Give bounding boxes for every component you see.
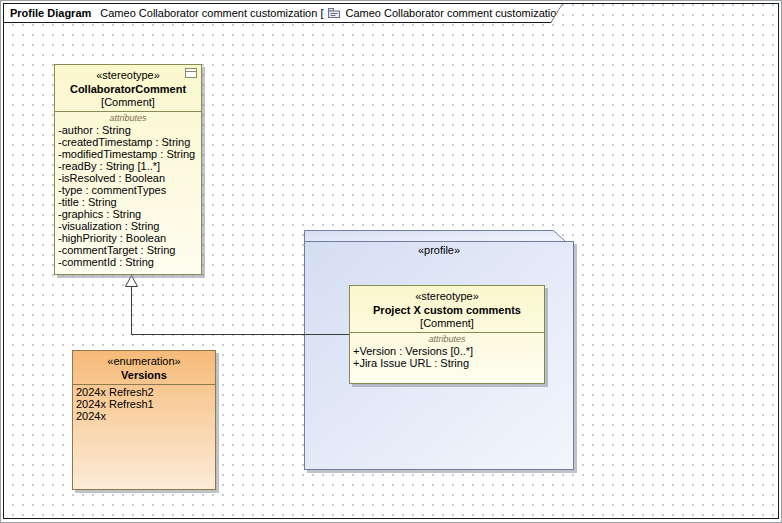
attribute-row[interactable]: +Jira Issue URL : String [350,357,544,369]
attributes-label: attributes [350,334,544,345]
attribute-row[interactable]: -graphics : String [55,208,201,220]
attribute-row[interactable]: +Version : Versions [0..*] [350,345,544,357]
enumeration-literal[interactable]: 2024x Refresh1 [73,398,215,410]
enumeration-literal[interactable]: 2024x Refresh2 [73,386,215,398]
literals-compartment: 2024x Refresh2 2024x Refresh1 2024x [73,384,215,422]
enumeration-literal[interactable]: 2024x [73,410,215,422]
attribute-row[interactable]: -readBy : String [1..*] [55,160,201,172]
generalization-arrowhead [126,276,138,287]
class-name: CollaboratorComment [57,82,199,96]
stereotype-keyword: «stereotype» [57,69,199,82]
attribute-row[interactable]: -createdTimestamp : String [55,136,201,148]
diagram-type-label: Profile Diagram [10,7,91,19]
attribute-row[interactable]: -type : commentTypes [55,184,201,196]
metaclass-label: [Comment] [352,317,542,330]
enumeration-name: Versions [75,368,213,382]
diagram-frame-header[interactable]: Profile Diagram Cameo Collaborator comme… [3,3,563,23]
attribute-row[interactable]: -title : String [55,196,201,208]
stereotype-keyword: «stereotype» [352,290,542,303]
attribute-row[interactable]: -author : String [55,124,201,136]
attributes-compartment: attributes -author : String -createdTime… [55,111,201,268]
stereotype-class-project-x[interactable]: «stereotype» Project X custom comments [… [349,285,545,384]
stereotype-keyword: «enumeration» [75,355,213,368]
attribute-row[interactable]: -isResolved : Boolean [55,172,201,184]
metaclass-label: [Comment] [57,96,199,109]
attribute-row[interactable]: -modifiedTimestamp : String [55,148,201,160]
attributes-compartment: attributes +Version : Versions [0..*] +J… [350,332,544,369]
diagram-name-label: Cameo Collaborator comment customization… [100,7,323,19]
profile-package-label: «profile» [304,244,574,256]
profile-diagram-canvas: Profile Diagram Cameo Collaborator comme… [0,0,782,523]
package-icon [327,7,341,19]
class-icon [185,68,198,79]
attribute-row[interactable]: -commentId : String [55,256,201,268]
attribute-row[interactable]: -visualization : String [55,220,201,232]
attribute-row[interactable]: -highPriority : Boolean [55,232,201,244]
attribute-row[interactable]: -commentTarget : String [55,244,201,256]
attributes-label: attributes [55,113,201,124]
enumeration-versions[interactable]: «enumeration» Versions 2024x Refresh2 20… [72,350,216,490]
diagram-ref-label: Cameo Collaborator comment customization… [345,7,568,19]
class-name: Project X custom comments [352,303,542,317]
diagram-frame[interactable]: Profile Diagram Cameo Collaborator comme… [3,3,779,519]
stereotype-class-collaborator-comment[interactable]: «stereotype» CollaboratorComment [Commen… [54,64,202,275]
